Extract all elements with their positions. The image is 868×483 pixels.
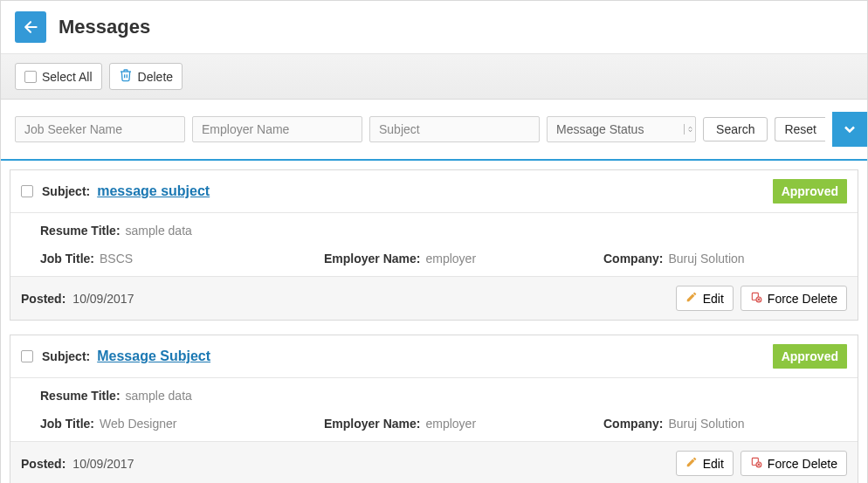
company-value: Buruj Solution — [668, 252, 744, 266]
messages-list: Subject: message subject Approved Resume… — [1, 161, 867, 483]
job-title-label: Job Title: — [40, 417, 94, 431]
search-label: Search — [716, 122, 754, 136]
row-checkbox[interactable] — [21, 185, 33, 197]
card-actions: Edit Force Delete — [676, 286, 847, 311]
posted-label: Posted: — [21, 292, 65, 306]
employer-col: Employer Name: employer — [324, 417, 603, 431]
edit-label: Edit — [703, 292, 724, 306]
chevron-down-icon — [841, 121, 858, 138]
employer-name-label: Employer Name: — [324, 417, 420, 431]
job-title-value: BSCS — [100, 252, 133, 266]
employer-name-value: employer — [425, 417, 476, 431]
checkbox-icon — [24, 71, 37, 83]
job-title-value: Web Designer — [100, 417, 176, 431]
job-title-col: Job Title: BSCS — [40, 252, 324, 266]
edit-label: Edit — [703, 457, 724, 471]
resume-title-row: Resume Title: sample data — [40, 389, 847, 403]
company-label: Company: — [603, 417, 663, 431]
subject-link[interactable]: Message Subject — [97, 348, 210, 364]
bulk-action-bar: Select All Delete — [1, 54, 867, 100]
employer-col: Employer Name: employer — [324, 252, 603, 266]
posted-label: Posted: — [21, 457, 65, 471]
pencil-icon — [685, 456, 698, 471]
card-footer: Posted: 10/09/2017 Edit Force Delete — [10, 277, 858, 320]
select-all-label: Select All — [42, 70, 93, 84]
company-col: Company: Buruj Solution — [603, 252, 847, 266]
employer-name-value: employer — [425, 252, 476, 266]
posted-value: 10/09/2017 — [72, 457, 134, 471]
posted-value: 10/09/2017 — [72, 292, 134, 306]
card-body: Resume Title: sample data Job Title: BSC… — [10, 213, 858, 277]
company-col: Company: Buruj Solution — [603, 417, 847, 431]
delete-button[interactable]: Delete — [109, 63, 183, 90]
company-label: Company: — [603, 252, 663, 266]
force-delete-button[interactable]: Force Delete — [741, 286, 847, 311]
page-header: Messages — [1, 1, 867, 54]
card-header-row: Subject: Message Subject Approved — [10, 335, 858, 378]
resume-title-value: sample data — [126, 389, 192, 403]
select-all-button[interactable]: Select All — [15, 63, 102, 90]
message-card: Subject: message subject Approved Resume… — [10, 169, 858, 321]
row-checkbox[interactable] — [21, 350, 33, 362]
card-actions: Edit Force Delete — [676, 451, 847, 476]
force-delete-label: Force Delete — [768, 457, 837, 471]
filter-bar: Message Status Search Reset — [1, 100, 867, 161]
details-row: Job Title: BSCS Employer Name: employer … — [40, 252, 847, 266]
status-select[interactable]: Message Status — [547, 116, 696, 142]
company-value: Buruj Solution — [668, 417, 744, 431]
edit-button[interactable]: Edit — [676, 451, 734, 476]
card-body: Resume Title: sample data Job Title: Web… — [10, 378, 858, 442]
back-button[interactable] — [15, 11, 46, 43]
seeker-name-input[interactable] — [15, 116, 185, 142]
resume-title-row: Resume Title: sample data — [40, 224, 847, 238]
back-arrow-icon — [22, 18, 39, 36]
pencil-icon — [685, 291, 698, 306]
edit-button[interactable]: Edit — [676, 286, 734, 311]
subject-label: Subject: — [42, 349, 90, 363]
force-delete-button[interactable]: Force Delete — [741, 451, 847, 476]
delete-label: Delete — [138, 70, 173, 84]
resume-title-label: Resume Title: — [40, 224, 121, 238]
page-title: Messages — [59, 16, 150, 38]
job-title-col: Job Title: Web Designer — [40, 417, 324, 431]
employer-name-input[interactable] — [192, 116, 362, 142]
details-row: Job Title: Web Designer Employer Name: e… — [40, 417, 847, 431]
trash-icon — [119, 68, 133, 85]
force-delete-label: Force Delete — [768, 292, 837, 306]
reset-button[interactable]: Reset — [775, 117, 825, 141]
status-badge: Approved — [773, 344, 847, 369]
reset-label: Reset — [784, 122, 816, 136]
force-delete-icon — [750, 291, 762, 306]
status-badge: Approved — [773, 179, 847, 204]
subject-input[interactable] — [369, 116, 540, 142]
force-delete-icon — [750, 456, 762, 471]
status-select-wrap: Message Status — [547, 116, 696, 142]
resume-title-label: Resume Title: — [40, 389, 121, 403]
expand-filters-toggle[interactable] — [832, 112, 867, 147]
search-button[interactable]: Search — [703, 117, 768, 141]
card-footer: Posted: 10/09/2017 Edit Force Delete — [10, 442, 858, 483]
page-container: Messages Select All Delete Message Statu… — [0, 0, 868, 483]
subject-label: Subject: — [42, 184, 90, 198]
employer-name-label: Employer Name: — [324, 252, 420, 266]
resume-title-value: sample data — [126, 224, 192, 238]
job-title-label: Job Title: — [40, 252, 94, 266]
message-card: Subject: Message Subject Approved Resume… — [10, 335, 858, 483]
card-header-row: Subject: message subject Approved — [10, 170, 858, 213]
subject-link[interactable]: message subject — [97, 183, 210, 199]
